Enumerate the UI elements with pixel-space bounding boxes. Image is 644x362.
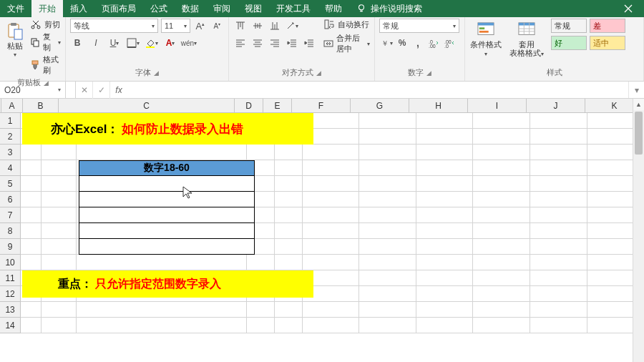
cell[interactable] xyxy=(21,192,42,207)
cell[interactable] xyxy=(42,318,77,333)
cell[interactable] xyxy=(530,223,587,239)
cell[interactable] xyxy=(416,286,474,302)
cell[interactable] xyxy=(303,145,360,160)
row-header-11[interactable]: 11 xyxy=(0,270,21,286)
cell[interactable] xyxy=(416,255,474,270)
cell[interactable] xyxy=(247,302,275,318)
cell[interactable] xyxy=(359,255,416,270)
column-header-J[interactable]: J xyxy=(527,99,585,112)
cell[interactable] xyxy=(416,302,474,318)
cell[interactable] xyxy=(359,223,416,239)
cell[interactable] xyxy=(303,255,360,270)
cell[interactable] xyxy=(77,255,248,270)
cell[interactable] xyxy=(21,255,42,270)
vertical-scrollbar[interactable]: ▲ xyxy=(633,99,644,362)
cell[interactable] xyxy=(42,223,77,239)
cell[interactable] xyxy=(303,207,360,223)
cell[interactable] xyxy=(21,223,42,239)
select-all-corner[interactable] xyxy=(0,99,1,112)
cell[interactable] xyxy=(473,302,530,318)
cell[interactable] xyxy=(247,145,275,160)
row-header-9[interactable]: 9 xyxy=(0,239,21,255)
align-bottom-button[interactable] xyxy=(268,19,282,33)
cell[interactable] xyxy=(473,113,530,129)
format-painter-button[interactable]: 格式刷 xyxy=(30,54,61,76)
tab-dev[interactable]: 开发工具 xyxy=(269,0,318,17)
decrease-indent-button[interactable] xyxy=(285,36,299,50)
cut-button[interactable]: 剪切 xyxy=(30,19,61,30)
cell[interactable] xyxy=(359,239,416,255)
table-row[interactable] xyxy=(79,192,255,207)
column-header-I[interactable]: I xyxy=(468,99,527,112)
cell[interactable] xyxy=(530,160,587,176)
cell[interactable] xyxy=(473,223,530,239)
increase-font-size-button[interactable]: A▴ xyxy=(193,19,207,33)
cell[interactable] xyxy=(416,176,474,192)
font-size-combo[interactable]: 11▾ xyxy=(161,19,190,33)
cell[interactable] xyxy=(473,270,530,286)
window-close[interactable] xyxy=(613,0,644,17)
dialog-launcher-icon[interactable]: ◢ xyxy=(316,69,321,77)
cell[interactable] xyxy=(530,302,587,318)
cell[interactable] xyxy=(359,192,416,207)
tab-review[interactable]: 审阅 xyxy=(206,0,238,17)
row-header-7[interactable]: 7 xyxy=(0,207,21,223)
cell[interactable] xyxy=(303,223,360,239)
phonetic-button[interactable]: wén▾ xyxy=(182,36,196,50)
merge-center-button[interactable]: 合并后居中 ▾ xyxy=(323,33,370,54)
fx-icon[interactable]: fx xyxy=(110,82,127,98)
number-format-combo[interactable]: 常规▾ xyxy=(379,19,459,33)
column-header-F[interactable]: F xyxy=(292,99,351,112)
cell[interactable] xyxy=(275,239,303,255)
table-row[interactable] xyxy=(79,176,255,192)
cell[interactable] xyxy=(21,207,42,223)
column-header-G[interactable]: G xyxy=(351,99,409,112)
copy-button[interactable]: 复制 ▾ xyxy=(30,31,61,53)
cell[interactable] xyxy=(473,255,530,270)
tab-insert[interactable]: 插入 xyxy=(63,0,94,17)
paste-button[interactable]: 粘贴 ▾ xyxy=(4,19,26,62)
dialog-launcher-icon[interactable]: ◢ xyxy=(154,69,159,77)
tab-layout[interactable]: 页面布局 xyxy=(94,0,143,17)
cell[interactable] xyxy=(416,129,474,145)
increase-decimal-button[interactable]: .0.00 xyxy=(426,36,441,50)
column-header-A[interactable]: A xyxy=(1,99,23,112)
cell[interactable] xyxy=(21,145,42,160)
orientation-button[interactable]: ▾ xyxy=(285,19,299,33)
cell[interactable] xyxy=(303,239,360,255)
decrease-decimal-button[interactable]: .00.0 xyxy=(442,36,457,50)
cell[interactable] xyxy=(42,192,77,207)
row-header-1[interactable]: 1 xyxy=(0,113,21,129)
cell-style-good[interactable]: 好 xyxy=(551,36,587,50)
cell[interactable] xyxy=(77,318,248,333)
row-header-6[interactable]: 6 xyxy=(0,192,21,207)
cell[interactable] xyxy=(359,160,416,176)
conditional-formatting-button[interactable]: 条件格式▾ xyxy=(469,19,502,62)
cell[interactable] xyxy=(473,239,530,255)
cell[interactable] xyxy=(42,145,77,160)
tab-file[interactable]: 文件 xyxy=(0,0,31,17)
cell[interactable] xyxy=(42,176,77,192)
cell[interactable] xyxy=(359,113,416,129)
cell[interactable] xyxy=(21,302,42,318)
cell[interactable] xyxy=(530,145,587,160)
bold-button[interactable]: B xyxy=(70,36,84,50)
cancel-formula-button[interactable]: ✕ xyxy=(76,82,93,99)
cell[interactable] xyxy=(21,318,42,333)
formula-input[interactable] xyxy=(127,82,628,98)
cell[interactable] xyxy=(275,176,303,192)
row-header-4[interactable]: 4 xyxy=(0,160,21,176)
cell[interactable] xyxy=(275,192,303,207)
cell[interactable] xyxy=(275,160,303,176)
cell[interactable] xyxy=(275,207,303,223)
italic-button[interactable]: I xyxy=(89,36,103,50)
tell-me-search[interactable]: 操作说明搜索 xyxy=(349,0,429,17)
row-header-10[interactable]: 10 xyxy=(0,255,21,270)
increase-indent-button[interactable] xyxy=(302,36,316,50)
fill-color-button[interactable]: ▾ xyxy=(145,36,159,50)
cell[interactable] xyxy=(21,160,42,176)
cell[interactable] xyxy=(77,145,248,160)
cell[interactable] xyxy=(42,255,77,270)
tab-view[interactable]: 视图 xyxy=(238,0,269,17)
cell[interactable] xyxy=(473,207,530,223)
